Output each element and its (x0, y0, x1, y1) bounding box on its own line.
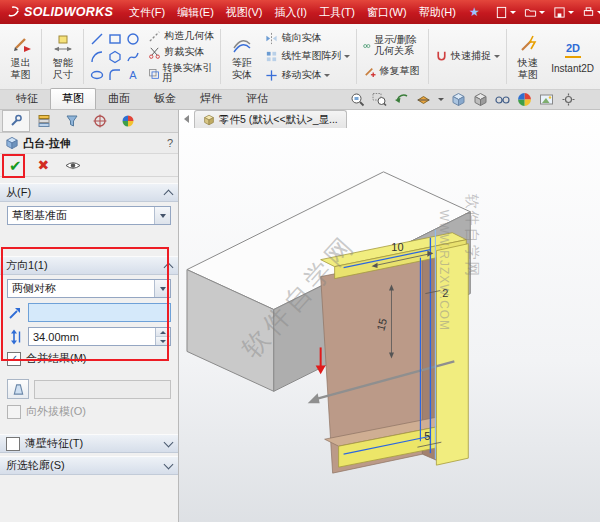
end-condition-dropdown[interactable]: 两侧对称 (7, 279, 171, 298)
exit-sketch-button[interactable]: 退出草图 (2, 26, 39, 87)
quick-snaps-button[interactable]: 快速捕捉 (433, 50, 502, 63)
new-document-button[interactable] (495, 6, 516, 19)
thin-feature-checkbox[interactable] (6, 437, 20, 451)
rapid-sketch-button[interactable]: 快速草图 (509, 26, 546, 87)
convert-entities-button[interactable]: 转换实体引用 (146, 63, 216, 84)
from-label: 从(F) (6, 185, 31, 200)
apply-scene-icon[interactable] (539, 92, 554, 107)
tab-weldments[interactable]: 焊件 (188, 88, 234, 109)
instant2d-button[interactable]: 2D Instant2D (547, 26, 598, 87)
draft-outward-row: 向外拔模(O) (7, 404, 171, 419)
propertymanager-icon (8, 113, 24, 129)
zoom-fit-icon[interactable] (350, 92, 365, 107)
cancel-button[interactable]: ✖ (38, 158, 50, 172)
sketch-arc-icon[interactable] (88, 48, 105, 65)
sketch-fillet-icon[interactable] (106, 66, 123, 83)
panel-spacer (0, 230, 178, 256)
tab-features[interactable]: 特征 (4, 88, 50, 109)
view-settings-icon[interactable] (561, 92, 576, 107)
repair-sketch-icon (363, 65, 376, 78)
construction-geometry-button[interactable]: 构造几何体 (146, 30, 216, 43)
offset-entities-label: 等距实体 (227, 57, 256, 80)
menu-tools[interactable]: 工具(T) (313, 2, 361, 23)
from-section-header[interactable]: 从(F) (0, 183, 178, 202)
offset-entities-button[interactable]: 等距实体 (223, 26, 260, 87)
tab-sketch[interactable]: 草图 (50, 88, 96, 109)
ds-logo-icon (6, 5, 21, 20)
document-tab-strip: 零件5 (默认<<默认>_显... (179, 110, 600, 128)
print-button[interactable] (582, 6, 600, 19)
menu-view[interactable]: 视图(V) (220, 2, 269, 23)
appearances-tab[interactable] (114, 110, 142, 132)
sketch-ellipse-icon[interactable] (88, 66, 105, 83)
start-condition-dropdown[interactable]: 草图基准面 (7, 206, 171, 225)
tab-sheet-metal[interactable]: 钣金 (142, 88, 188, 109)
merge-result-checkbox[interactable]: ✓ (7, 352, 21, 366)
sketch-rectangle-icon[interactable] (106, 30, 123, 47)
collapse-panel-arrow-icon[interactable] (184, 115, 189, 123)
tab-evaluate[interactable]: 评估 (234, 88, 280, 109)
merge-result-row[interactable]: ✓ 合并结果(M) (7, 351, 171, 366)
edit-appearance-icon[interactable] (517, 92, 532, 107)
direction1-section-header[interactable]: 方向1(1) (0, 256, 178, 275)
draft-toggle-button[interactable] (7, 379, 29, 399)
linear-sketch-pattern-button[interactable]: 线性草图阵列 (263, 50, 352, 63)
help-icon[interactable]: ? (167, 137, 173, 149)
move-entities-button[interactable]: 移动实体 (263, 69, 352, 82)
open-button[interactable] (524, 6, 545, 19)
depth-row: 34.00mm (7, 327, 171, 346)
dimxpertmanager-tab[interactable] (86, 110, 114, 132)
section-view-icon[interactable] (416, 92, 431, 107)
start-condition-value: 草图基准面 (12, 208, 67, 223)
selected-contours-section-header[interactable]: 所选轮廓(S) (0, 456, 178, 475)
display-style-icon[interactable] (473, 92, 488, 107)
menu-insert[interactable]: 插入(I) (269, 2, 313, 23)
favorites-star-icon[interactable]: ★ (469, 5, 480, 19)
menu-edit[interactable]: 编辑(E) (171, 2, 220, 23)
dimension-10-text: 10 (391, 241, 403, 253)
spin-down-button[interactable] (156, 336, 170, 345)
edit-sketch-group: 构造几何体 剪裁实体 转换实体引用 (144, 26, 218, 87)
sketch-circle-icon[interactable] (124, 30, 141, 47)
displaymanager-tab[interactable] (58, 110, 86, 132)
repair-sketch-button[interactable]: 修复草图 (361, 65, 424, 78)
separator (41, 29, 42, 84)
configurationmanager-tab[interactable] (30, 110, 58, 132)
menu-window[interactable]: 窗口(W) (361, 2, 413, 23)
document-tab[interactable]: 零件5 (默认<<默认>_显... (194, 110, 347, 128)
direction-reference-field[interactable] (28, 303, 171, 322)
snaps-group: 快速捕捉 (431, 26, 504, 87)
propertymanager-tab[interactable] (2, 110, 30, 132)
sketch-spline-icon[interactable] (124, 48, 141, 65)
zoom-area-icon[interactable] (372, 92, 387, 107)
depth-spinbox[interactable]: 34.00mm (28, 327, 171, 346)
graphics-area[interactable]: 零件5 (默认<<默认>_显... (179, 110, 600, 522)
view-orientation-icon[interactable] (451, 92, 466, 107)
smart-dimension-button[interactable]: 智能尺寸 (44, 26, 81, 87)
menu-help[interactable]: 帮助(H) (413, 2, 462, 23)
preview-eye-icon[interactable] (65, 160, 81, 171)
new-document-icon (495, 6, 508, 19)
spin-up-button[interactable] (156, 328, 170, 336)
chevron-down-icon (568, 11, 574, 14)
mirror-entities-button[interactable]: 镜向实体 (263, 32, 352, 45)
model-scene: 10 2 15 5 软件自学网 WWW.RJZXW. (179, 110, 600, 522)
chevron-down-icon[interactable] (438, 98, 444, 101)
svg-text:A: A (129, 69, 137, 81)
separator (428, 29, 429, 84)
sketch-line-icon[interactable] (88, 30, 105, 47)
display-delete-relations-button[interactable]: 显示/删除几何关系 (361, 35, 424, 56)
tab-surfaces[interactable]: 曲面 (96, 88, 142, 109)
display-relations-icon (363, 39, 371, 52)
save-button[interactable] (553, 6, 574, 19)
hide-show-items-icon[interactable] (495, 92, 510, 107)
direction-arrow-icon[interactable] (7, 305, 23, 321)
sketch-polygon-icon[interactable] (106, 48, 123, 65)
sketch-text-icon[interactable]: A (124, 66, 141, 83)
thin-feature-section-header[interactable]: 薄壁特征(T) (0, 434, 178, 453)
previous-view-icon[interactable] (394, 92, 409, 107)
menu-file[interactable]: 文件(F) (123, 2, 171, 23)
trim-entities-button[interactable]: 剪裁实体 (146, 46, 216, 59)
relations-group: 显示/删除几何关系 修复草图 (359, 26, 426, 87)
ok-button[interactable]: ✔ (9, 158, 22, 173)
